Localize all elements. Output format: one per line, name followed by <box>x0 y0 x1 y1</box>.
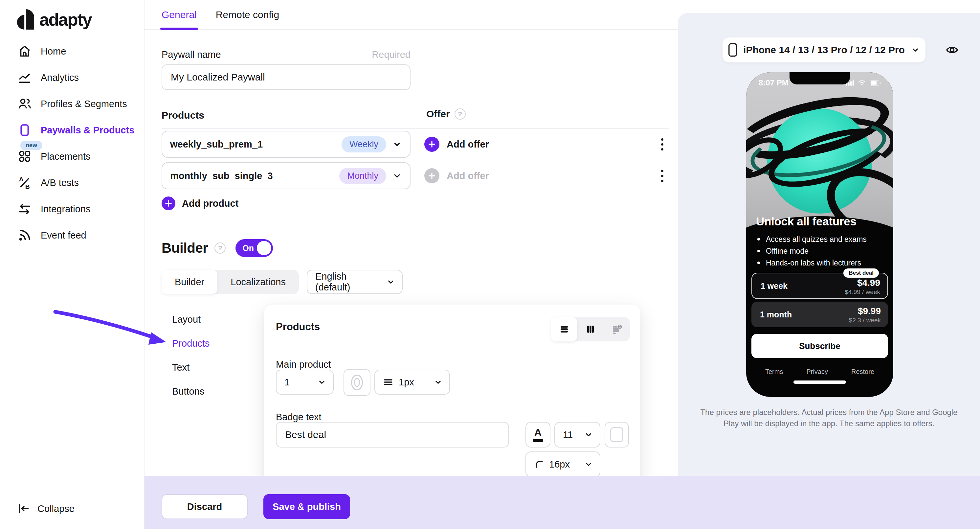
subnav-layout[interactable]: Layout <box>172 308 210 331</box>
adapty-logo[interactable]: adapty <box>16 9 144 30</box>
svg-text:1: 1 <box>619 325 621 328</box>
footer-action-bar: Discard Save & publish <box>145 476 980 529</box>
feature-bullet: Access all quizzes and exams <box>757 233 867 245</box>
phone-preview: 8:07 PM Unlock all features Access all q… <box>746 72 893 397</box>
product-menu-button-2[interactable] <box>655 162 669 189</box>
language-select[interactable]: English (default) <box>307 270 402 294</box>
home-indicator-bar <box>794 381 846 384</box>
preview-panel: iPhone 14 / 13 / 13 Pro / 12 / 12 Pro 8:… <box>678 13 980 476</box>
divider <box>162 128 669 129</box>
columns-view-button[interactable] <box>578 317 604 341</box>
add-product-button[interactable]: Add product <box>162 196 239 210</box>
plan-option-1-week[interactable]: Best deal 1 week $4.99 $4.99 / week <box>751 273 888 299</box>
feature-bullet: Offline mode <box>757 245 867 257</box>
product-select-weekly[interactable]: weekly_sub_prem_1 Weekly <box>162 131 410 158</box>
badge-color-swatch[interactable] <box>605 422 629 448</box>
plan-per-week: $4.99 / week <box>845 288 880 296</box>
tab-builder[interactable]: Builder <box>162 270 217 294</box>
plan-option-1-month[interactable]: 1 month $9.99 $2.3 / week <box>751 302 888 327</box>
sidebar-item-label: A/B tests <box>41 177 79 188</box>
chevron-down-icon <box>434 378 443 387</box>
builder-heading-row: Builder ? On <box>162 239 273 257</box>
main-product-select[interactable]: 1 <box>276 370 334 395</box>
terms-link[interactable]: Terms <box>765 368 783 376</box>
subscribe-button[interactable]: Subscribe <box>751 334 888 358</box>
builder-heading: Builder <box>162 240 208 256</box>
builder-subnav: Layout Products Text Buttons <box>172 308 210 403</box>
color-swatch <box>610 427 623 442</box>
sidebar-item-placements[interactable]: Placements new <box>0 143 144 169</box>
collapse-button[interactable]: Collapse <box>17 502 75 515</box>
sidebar-item-paywalls-products[interactable]: Paywalls & Products <box>0 117 144 143</box>
font-color-bar <box>533 439 543 442</box>
event-feed-icon <box>17 228 32 243</box>
prices-disclaimer: The prices are placeholders. Actual pric… <box>698 407 960 429</box>
product-menu-button-1[interactable] <box>655 131 669 158</box>
sidebar-item-profiles-segments[interactable]: Profiles & Segments <box>0 91 144 117</box>
subnav-buttons[interactable]: Buttons <box>172 379 210 403</box>
offer-help-icon[interactable]: ? <box>455 108 466 120</box>
discard-button[interactable]: Discard <box>162 494 248 519</box>
wifi-icon <box>858 80 866 86</box>
ab-tests-icon: AB <box>17 175 32 190</box>
plus-icon <box>424 168 439 183</box>
add-offer-button-2-disabled: Add offer <box>424 162 608 189</box>
sidebar-item-event-feed[interactable]: Event feed <box>0 222 144 249</box>
stroke-width-select[interactable]: 1px <box>374 370 450 395</box>
main-content: General Remote config Paywall name Requi… <box>145 0 678 529</box>
sidebar-item-label: Home <box>41 46 66 57</box>
carousel-view-button: 1 <box>604 317 630 341</box>
main-product-label: Main product <box>276 359 331 370</box>
subnav-products[interactable]: Products <box>172 331 210 355</box>
placements-icon <box>17 149 32 164</box>
paywall-name-row: Paywall name Required <box>162 49 410 60</box>
preview-eye-button[interactable] <box>945 43 959 56</box>
sidebar: adapty Home Analytics Profiles & Segment… <box>0 0 145 529</box>
sidebar-item-analytics[interactable]: Analytics <box>0 64 144 91</box>
font-size-select[interactable]: 11 <box>554 422 600 448</box>
period-badge-monthly: Monthly <box>339 168 386 184</box>
builder-help-icon[interactable]: ? <box>215 242 226 254</box>
restore-link[interactable]: Restore <box>851 368 874 376</box>
add-offer-label: Add offer <box>447 170 489 182</box>
corner-radius-icon <box>534 459 544 470</box>
feature-bullets: Access all quizzes and exams Offline mod… <box>757 233 867 269</box>
products-header: Products <box>162 110 204 121</box>
signal-icon <box>846 80 854 86</box>
paywall-name-label: Paywall name <box>162 49 221 60</box>
sidebar-item-ab-tests[interactable]: AB A/B tests <box>0 169 144 196</box>
corner-radius-select[interactable]: 16px <box>525 451 600 477</box>
home-icon <box>17 44 32 59</box>
device-label: iPhone 14 / 13 / 13 Pro / 12 / 12 Pro <box>743 45 905 56</box>
chevron-down-icon <box>584 430 593 439</box>
required-hint: Required <box>372 49 410 60</box>
device-select[interactable]: iPhone 14 / 13 / 13 Pro / 12 / 12 Pro <box>722 37 926 62</box>
subnav-text[interactable]: Text <box>172 355 210 379</box>
paywall-name-input[interactable] <box>162 64 410 90</box>
svg-text:B: B <box>25 183 30 190</box>
battery-icon <box>870 80 881 86</box>
badge-text-label: Badge text <box>276 412 321 422</box>
save-publish-button[interactable]: Save & publish <box>263 494 350 519</box>
feature-bullet: Hands-on labs with lecturers <box>757 257 867 269</box>
collapse-icon <box>17 502 30 515</box>
period-badge-weekly: Weekly <box>342 136 386 153</box>
product-select-monthly[interactable]: monthly_sub_single_3 Monthly <box>162 162 410 189</box>
tab-remote-config[interactable]: Remote config <box>216 0 279 29</box>
legal-links: Terms Privacy Restore <box>746 368 893 376</box>
adapty-paywall-editor: adapty Home Analytics Profiles & Segment… <box>0 0 980 529</box>
font-color-icon: A <box>535 427 542 438</box>
product-shape-button[interactable] <box>344 369 371 396</box>
builder-toggle[interactable]: On <box>235 239 273 257</box>
sidebar-item-label: Paywalls & Products <box>41 125 134 136</box>
add-offer-button-1[interactable]: Add offer <box>424 131 608 158</box>
sidebar-item-home[interactable]: Home <box>0 38 144 64</box>
tab-general[interactable]: General <box>162 0 197 29</box>
tab-localizations[interactable]: Localizations <box>217 270 299 294</box>
rows-view-button[interactable] <box>551 317 578 341</box>
product-view-toggle: 1 <box>551 317 630 341</box>
privacy-link[interactable]: Privacy <box>806 368 828 376</box>
font-color-button[interactable]: A <box>525 422 550 448</box>
badge-text-input[interactable] <box>276 422 509 448</box>
sidebar-item-integrations[interactable]: Integrations <box>0 196 144 222</box>
